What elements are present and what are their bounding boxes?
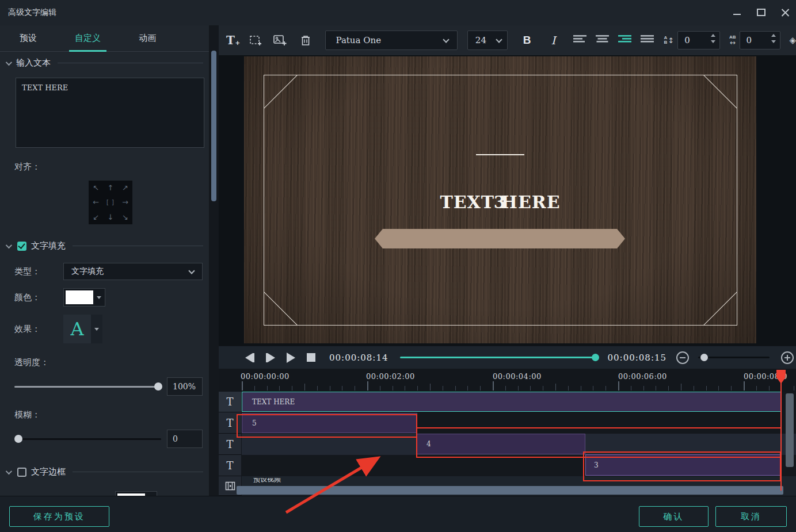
tab-animation[interactable]: 动画 [136, 25, 158, 52]
section-divider [58, 63, 203, 63]
panel-scrollbar[interactable] [211, 51, 216, 201]
dropdown-arrow-icon[interactable] [91, 315, 102, 343]
close-button[interactable] [780, 7, 791, 18]
chevron-down-icon[interactable] [6, 59, 12, 65]
save-as-preset-button[interactable]: 保存为预设 [9, 506, 109, 527]
editor-region: T+ [219, 25, 796, 496]
track-header-text-3[interactable]: T [219, 434, 241, 455]
text-content-input[interactable]: TEXT HERE [16, 78, 204, 148]
font-size-value: 24 [475, 35, 486, 45]
bold-button[interactable]: B [520, 34, 534, 47]
ruler-label: 00:00:04:00 [493, 372, 542, 381]
align-center-button[interactable]: [ ] [103, 195, 117, 209]
chevron-down-icon[interactable] [6, 468, 12, 474]
blur-slider-handle[interactable] [14, 435, 22, 443]
image-plus-icon [273, 34, 288, 47]
spinner-arrows[interactable] [711, 34, 715, 43]
track-header-text-1[interactable]: T [219, 392, 241, 412]
seek-slider[interactable] [400, 357, 598, 358]
fill-type-value: 文字填充 [71, 266, 104, 277]
align-right-button[interactable] [617, 33, 633, 47]
tab-bar: 预设 自定义 动画 [0, 25, 209, 52]
track-header-text-2[interactable]: T [219, 412, 241, 434]
tab-preset[interactable]: 预设 [17, 25, 39, 52]
align-bottom-button[interactable]: ↓ [103, 210, 117, 224]
chevron-down-icon [496, 36, 502, 43]
timeline-zoom-handle[interactable] [700, 354, 708, 361]
seek-slider-handle[interactable] [592, 354, 599, 361]
text-border-checkbox[interactable] [17, 468, 26, 477]
timeline-clip-text-here[interactable]: TEXT HERE [242, 392, 781, 412]
align-bottom-right-button[interactable]: ↘ [118, 210, 132, 224]
blur-slider[interactable] [14, 438, 161, 440]
maximize-icon [757, 9, 765, 16]
align-center-button[interactable] [595, 33, 610, 47]
align-bottom-left-button[interactable]: ↙ [89, 210, 103, 224]
dropdown-arrow-icon[interactable] [93, 289, 105, 306]
track-header-text-4[interactable]: T [219, 455, 241, 476]
timeline-clip-5[interactable]: 5 [242, 413, 417, 433]
opacity-label: 透明度： [14, 357, 209, 368]
maximize-button[interactable] [756, 7, 767, 18]
opacity-value[interactable]: 100% [167, 377, 203, 396]
chevron-down-icon[interactable] [6, 242, 12, 248]
italic-button[interactable]: I [547, 34, 561, 47]
letter-spacing-input[interactable]: 0 [740, 31, 781, 49]
align-left-button[interactable]: ← [89, 195, 103, 209]
justify-button[interactable] [639, 33, 655, 47]
ruler-ticks [242, 381, 796, 391]
opacity-slider-handle[interactable] [154, 382, 162, 391]
fill-effect-picker[interactable]: A [63, 315, 102, 343]
fill-type-select[interactable]: 文字填充 [63, 263, 203, 280]
align-right-button[interactable]: → [118, 195, 132, 209]
line-spacing-value: 0 [684, 35, 690, 45]
delete-button[interactable] [300, 34, 311, 47]
minimize-icon [733, 14, 741, 15]
opacity-slider[interactable] [14, 386, 161, 388]
previous-frame-button[interactable] [245, 353, 254, 362]
tab-custom[interactable]: 自定义 [73, 25, 103, 52]
next-frame-button[interactable] [266, 353, 275, 362]
zoom-in-button[interactable] [781, 351, 794, 364]
title-bar: 高级文字编辑 [0, 0, 796, 25]
ruler-label: 00:00:06:00 [618, 372, 667, 381]
editor-toolbar: T+ [219, 25, 796, 55]
cancel-button[interactable]: 取消 [715, 506, 787, 527]
panel-divider [209, 25, 219, 496]
align-top-button[interactable]: ↑ [103, 181, 117, 195]
minimize-button[interactable] [732, 7, 743, 18]
bottom-bar: 保存为预设 确认 取消 [0, 496, 796, 532]
stop-button[interactable] [307, 353, 315, 362]
timeline-clip-4[interactable]: 4 [416, 434, 585, 454]
timeline-scrollbar[interactable] [786, 393, 794, 467]
align-left-button[interactable] [572, 33, 588, 47]
confirm-button[interactable]: 确认 [639, 506, 709, 527]
timeline-zoom-slider[interactable] [698, 357, 770, 358]
play-button[interactable] [287, 353, 295, 363]
text-fill-section-header: 文字填充 [0, 235, 209, 255]
video-clip-bar[interactable] [237, 486, 783, 495]
align-left-icon [572, 33, 588, 45]
add-textbox-button[interactable] [249, 34, 263, 47]
add-text-button[interactable]: T+ [226, 33, 239, 47]
align-top-left-button[interactable]: ↖ [89, 181, 103, 195]
timeline-clip-3[interactable]: 3 [585, 454, 781, 476]
spinner-arrows[interactable] [771, 34, 776, 43]
zoom-out-button[interactable] [676, 351, 689, 364]
font-family-select[interactable]: Patua One [325, 30, 457, 50]
alignment-grid: ↖ ↑ ↗ ← [ ] → ↙ ↓ ↘ [89, 181, 132, 224]
letter-spacing-icon: AB↔ [729, 35, 736, 45]
video-preview-canvas[interactable]: TEXT HERE 3 [244, 56, 756, 343]
banner-graphic[interactable] [375, 229, 625, 248]
text-fill-checkbox[interactable] [17, 242, 26, 251]
section-divider [73, 246, 203, 246]
keyframe-diamond-icon[interactable]: ◈ [789, 35, 796, 45]
add-image-button[interactable] [273, 34, 288, 47]
preview-overlap-digit[interactable]: 3 [494, 192, 506, 212]
line-spacing-input[interactable]: 0 [677, 31, 720, 49]
chevron-down-icon [188, 267, 195, 274]
fill-color-picker[interactable] [63, 288, 105, 307]
font-size-select[interactable]: 24 [467, 30, 508, 50]
align-top-right-button[interactable]: ↗ [118, 181, 132, 195]
blur-value[interactable]: 0 [167, 430, 203, 448]
